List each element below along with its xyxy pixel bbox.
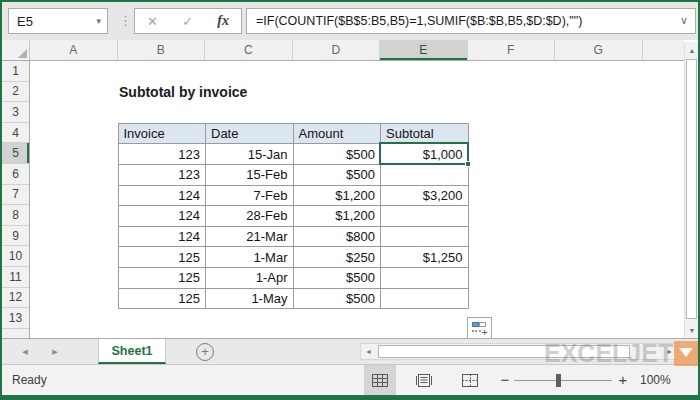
row-header-1[interactable]: 1 bbox=[2, 61, 29, 82]
table-cell[interactable] bbox=[381, 268, 469, 289]
table-cell[interactable]: 1-May bbox=[206, 289, 294, 310]
row-header-12[interactable]: 12 bbox=[2, 288, 29, 309]
table-cell[interactable]: 124 bbox=[119, 206, 207, 227]
enter-icon[interactable]: ✓ bbox=[182, 14, 193, 29]
column-header-g[interactable]: G bbox=[555, 40, 643, 60]
cancel-icon[interactable]: ✕ bbox=[147, 14, 158, 29]
column-header-e[interactable]: E bbox=[380, 40, 468, 60]
table-cell[interactable]: $1,250 bbox=[381, 247, 469, 268]
page-layout-view-button[interactable] bbox=[408, 365, 440, 395]
column-header-a[interactable]: A bbox=[30, 40, 118, 60]
table-cell[interactable] bbox=[381, 227, 469, 248]
tab-sheet1[interactable]: Sheet1 bbox=[98, 339, 166, 364]
table-cell[interactable] bbox=[381, 165, 469, 186]
table-cell[interactable]: $1,200 bbox=[294, 206, 382, 227]
table-cell[interactable]: $800 bbox=[294, 227, 382, 248]
status-bar: Ready − + 100% bbox=[2, 364, 698, 395]
table-header-subtotal[interactable]: Subtotal bbox=[381, 124, 469, 145]
zoom-slider-thumb[interactable] bbox=[556, 374, 561, 387]
row-header-4[interactable]: 4 bbox=[2, 123, 29, 144]
fill-handle[interactable] bbox=[465, 161, 471, 167]
table-header-amount[interactable]: Amount bbox=[294, 124, 382, 145]
zoom-slider[interactable] bbox=[514, 380, 612, 381]
tab-nav-left-icon[interactable]: ◂ bbox=[18, 339, 32, 364]
table-cell[interactable]: 125 bbox=[119, 247, 207, 268]
table-cell[interactable]: 125 bbox=[119, 268, 207, 289]
table-cell[interactable]: 123 bbox=[119, 144, 207, 165]
column-header-c[interactable]: C bbox=[205, 40, 293, 60]
row-header-10[interactable]: 10 bbox=[2, 246, 29, 267]
table-cell[interactable]: 125 bbox=[119, 289, 207, 310]
table-row: 12428-Feb$1,200 bbox=[119, 206, 469, 227]
table-cell[interactable]: 28-Feb bbox=[206, 206, 294, 227]
table-cell[interactable]: $3,200 bbox=[381, 186, 469, 207]
sheet-tab-bar: ◂ ▸ Sheet1 + ⋮ ◂ ▸ bbox=[2, 338, 698, 364]
scroll-up-icon[interactable]: ▲ bbox=[685, 42, 699, 58]
table-cell[interactable]: 124 bbox=[119, 227, 207, 248]
vertical-scroll-thumb[interactable] bbox=[686, 59, 697, 319]
column-header-d[interactable]: D bbox=[293, 40, 381, 60]
scroll-right-icon[interactable]: ▸ bbox=[662, 344, 677, 359]
page-break-view-button[interactable] bbox=[454, 365, 486, 395]
status-mode: Ready bbox=[12, 365, 47, 395]
formula-bar-expand-icon[interactable]: ∨ bbox=[680, 14, 688, 27]
table-cell[interactable]: $250 bbox=[294, 247, 382, 268]
row-header-9[interactable]: 9 bbox=[2, 226, 29, 247]
horizontal-scroll-thumb[interactable] bbox=[378, 345, 630, 358]
name-box-chevron-icon[interactable]: ▾ bbox=[96, 16, 101, 26]
page-break-icon bbox=[462, 374, 478, 387]
table-cell[interactable]: $500 bbox=[294, 268, 382, 289]
table-cell[interactable]: 124 bbox=[119, 186, 207, 207]
column-header-b[interactable]: B bbox=[118, 40, 206, 60]
table-row: 1251-May$500 bbox=[119, 289, 469, 310]
table-cell[interactable]: 7-Feb bbox=[206, 186, 294, 207]
name-box[interactable]: E5 ▾ bbox=[8, 8, 108, 34]
table-row: 12315-Jan$500$1,000 bbox=[119, 144, 469, 165]
table-cell[interactable] bbox=[381, 206, 469, 227]
table-header-date[interactable]: Date bbox=[206, 124, 294, 145]
row-header-7[interactable]: 7 bbox=[2, 185, 29, 206]
horizontal-scrollbar[interactable]: ◂ ▸ bbox=[360, 343, 678, 360]
table-cell[interactable]: 1-Mar bbox=[206, 247, 294, 268]
zoom-out-button[interactable]: − bbox=[496, 365, 514, 395]
table-row: 12315-Feb$500 bbox=[119, 165, 469, 186]
row-header-2[interactable]: 2 bbox=[2, 82, 29, 103]
quick-analysis-icon: + bbox=[472, 322, 488, 335]
quick-analysis-button[interactable]: + bbox=[467, 317, 492, 340]
table-cell[interactable]: 21-Mar bbox=[206, 227, 294, 248]
add-sheet-button[interactable]: + bbox=[196, 343, 214, 361]
table-cell[interactable]: 15-Feb bbox=[206, 165, 294, 186]
tab-nav-right-icon[interactable]: ▸ bbox=[48, 339, 62, 364]
row-header-6[interactable]: 6 bbox=[2, 164, 29, 185]
formula-input[interactable]: =IF(COUNTIF($B$5:B5,B5)=1,SUMIF($B:$B,B5… bbox=[246, 8, 696, 34]
excel-window: E5 ▾ ⋮ ✕ ✓ fx =IF(COUNTIF($B$5:B5,B5)=1,… bbox=[0, 0, 700, 400]
column-header-f[interactable]: F bbox=[468, 40, 556, 60]
row-header-8[interactable]: 8 bbox=[2, 205, 29, 226]
table-cell[interactable] bbox=[381, 289, 469, 310]
vertical-scrollbar[interactable]: ▲ ▼ bbox=[684, 42, 698, 338]
table-cell[interactable]: $1,200 bbox=[294, 186, 382, 207]
zoom-in-button[interactable]: + bbox=[614, 365, 632, 395]
table-cell[interactable]: 1-Apr bbox=[206, 268, 294, 289]
row-header-13[interactable]: 13 bbox=[2, 308, 29, 329]
table-row: 1251-Mar$250$1,250 bbox=[119, 247, 469, 268]
table-cell[interactable]: $500 bbox=[294, 144, 382, 165]
table-cell[interactable]: $500 bbox=[294, 289, 382, 310]
title-cell[interactable]: Subtotal by invoice bbox=[119, 82, 247, 103]
row-header-5[interactable]: 5 bbox=[2, 143, 29, 164]
scroll-left-icon[interactable]: ◂ bbox=[361, 344, 376, 359]
row-header-11[interactable]: 11 bbox=[2, 267, 29, 288]
table-cell[interactable]: $1,000 bbox=[381, 144, 469, 165]
table-cell[interactable]: 15-Jan bbox=[206, 144, 294, 165]
insert-function-icon[interactable]: fx bbox=[217, 13, 229, 29]
table-cell[interactable]: $500 bbox=[294, 165, 382, 186]
zoom-level[interactable]: 100% bbox=[640, 365, 671, 395]
scroll-down-icon[interactable]: ▼ bbox=[685, 322, 699, 338]
table-header-row: InvoiceDateAmountSubtotal bbox=[119, 124, 469, 145]
table-header-invoice[interactable]: Invoice bbox=[119, 124, 207, 145]
normal-view-button[interactable] bbox=[364, 365, 396, 395]
formula-bar-splitter[interactable]: ⋮ bbox=[119, 14, 122, 27]
table-cell[interactable]: 123 bbox=[119, 165, 207, 186]
row-header-3[interactable]: 3 bbox=[2, 102, 29, 123]
select-all-button[interactable] bbox=[2, 40, 30, 60]
